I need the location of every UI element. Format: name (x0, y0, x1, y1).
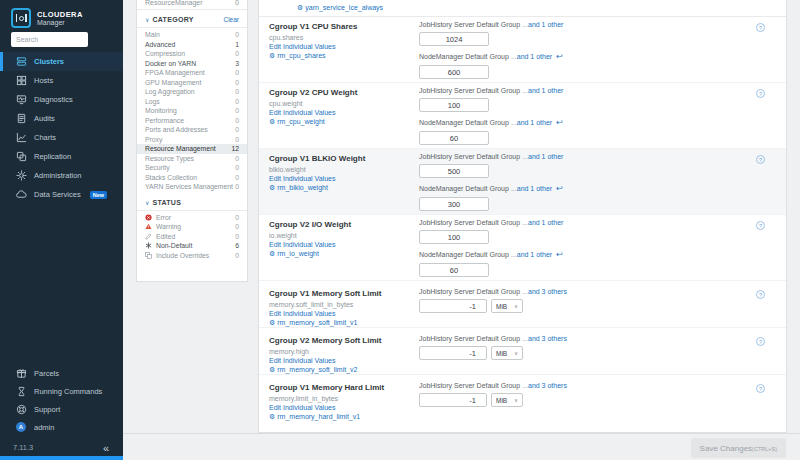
role-group-value: JobHistory Server Default Group...and 3 … (419, 382, 719, 407)
sidebar-item-parcels[interactable]: Parcels (0, 364, 123, 382)
more-groups-link[interactable]: and 1 other (517, 185, 552, 192)
config-api-name-link[interactable]: ⚙rm_blkio_weight (269, 184, 328, 191)
sidebar-item-data-services[interactable]: Data Services New (0, 185, 123, 204)
collapse-sidebar-icon[interactable]: « (103, 444, 109, 452)
status-item-error[interactable]: Error 0 (137, 213, 247, 223)
reset-to-default-icon[interactable]: ↩ (556, 52, 563, 61)
status-item-warning[interactable]: Warning 0 (137, 222, 247, 232)
status-item-edited[interactable]: Edited 0 (137, 232, 247, 242)
user-avatar: A (16, 422, 26, 432)
logo-title: CLOUDERA (37, 10, 83, 19)
category-item-resource-types[interactable]: Resource Types0 (137, 154, 247, 164)
config-api-name-link[interactable]: ⚙rm_memory_hard_limit_v1 (269, 413, 360, 420)
category-item-log-aggregation[interactable]: Log Aggregation0 (137, 87, 247, 97)
status-item-non-default[interactable]: Non-Default 6 (137, 241, 247, 251)
sidebar-item-diagnostics[interactable]: Diagnostics (0, 90, 123, 109)
sidebar-item-support[interactable]: Support (0, 400, 123, 418)
unit-select[interactable]: MiB∨ (491, 299, 523, 313)
status-item-include-overrides[interactable]: Include Overrides 0 (137, 251, 247, 261)
config-code-name: io.weight (269, 232, 297, 239)
more-groups-link[interactable]: and 3 others (528, 382, 567, 389)
more-groups-link[interactable]: and 1 other (517, 119, 552, 126)
sidebar-item-running-commands[interactable]: Running Commands (0, 382, 123, 400)
category-item-gpu-management[interactable]: GPU Management0 (137, 78, 247, 88)
value-input[interactable] (419, 65, 489, 79)
sidebar-item-administration[interactable]: Administration (0, 166, 123, 185)
category-item-compression[interactable]: Compression0 (137, 49, 247, 59)
value-input[interactable] (419, 131, 489, 145)
clear-category-filter-link[interactable]: Clear (223, 16, 239, 23)
help-icon[interactable]: ? (756, 337, 765, 346)
edit-individual-values-link[interactable]: Edit Individual Values (269, 175, 335, 182)
status-list: Error 0 Warning 0 Edited 0 Non-Default 6… (137, 211, 247, 262)
sidebar-item-clusters[interactable]: Clusters (0, 52, 123, 71)
unit-select[interactable]: MiB∨ (491, 346, 523, 360)
category-item-stacks-collection[interactable]: Stacks Collection0 (137, 173, 247, 183)
category-item-resource-management[interactable]: Resource Management12 (137, 144, 247, 154)
save-changes-button[interactable]: Save Changes(CTRL+S) (691, 438, 786, 458)
edit-individual-values-link[interactable]: Edit Individual Values (269, 404, 335, 411)
more-groups-link[interactable]: and 1 other (528, 219, 563, 226)
value-input[interactable] (419, 346, 487, 360)
value-input[interactable] (419, 164, 489, 178)
category-item-docker-on-yarn[interactable]: Docker on YARN3 (137, 59, 247, 69)
category-item-performance[interactable]: Performance0 (137, 116, 247, 126)
more-groups-link[interactable]: and 3 others (528, 335, 567, 342)
category-item-advanced[interactable]: Advanced1 (137, 40, 247, 50)
help-icon[interactable]: ? (756, 23, 765, 32)
category-item-fpga-management[interactable]: FPGA Management0 (137, 68, 247, 78)
edit-individual-values-link[interactable]: Edit Individual Values (269, 43, 335, 50)
help-icon[interactable]: ? (756, 89, 765, 98)
category-item-ports-and-addresses[interactable]: Ports and Addresses0 (137, 125, 247, 135)
reset-to-default-icon[interactable]: ↩ (556, 184, 563, 193)
help-icon[interactable]: ? (756, 155, 765, 164)
edit-individual-values-link[interactable]: Edit Individual Values (269, 310, 335, 317)
config-api-name-link[interactable]: ⚙yarn_service_lce_always (297, 4, 383, 11)
value-input[interactable] (419, 263, 489, 277)
value-input[interactable] (419, 230, 489, 244)
search-input[interactable] (11, 32, 88, 47)
category-item-security[interactable]: Security0 (137, 163, 247, 173)
more-groups-link[interactable]: and 3 others (528, 288, 567, 295)
category-item-logs[interactable]: Logs0 (137, 97, 247, 107)
data-services-icon (16, 189, 27, 200)
config-row-cpu-shares: Cgroup V1 CPU Shares cpu.shares Edit Ind… (259, 17, 786, 83)
sidebar-item-admin[interactable]: A admin (0, 418, 123, 436)
sidebar-item-hosts[interactable]: Hosts (0, 71, 123, 90)
category-item-proxy[interactable]: Proxy0 (137, 135, 247, 145)
value-input[interactable] (419, 299, 487, 313)
reset-to-default-icon[interactable]: ↩ (556, 250, 563, 259)
sidebar: CLOUDERA Manager Clusters Hosts Diagnost… (0, 0, 123, 460)
value-input[interactable] (419, 98, 489, 112)
category-item-main[interactable]: Main0 (137, 30, 247, 40)
config-api-name-link[interactable]: ⚙rm_memory_soft_limit_v2 (269, 366, 357, 373)
category-item-yarn-services-management[interactable]: YARN Services Management0 (137, 182, 247, 192)
config-api-name-link[interactable]: ⚙rm_memory_soft_limit_v1 (269, 319, 357, 326)
config-api-name-link[interactable]: ⚙rm_cpu_shares (269, 52, 326, 59)
status-section-header[interactable]: ∨ STATUS (137, 193, 247, 211)
config-api-name-link[interactable]: ⚙rm_io_weight (269, 250, 319, 257)
edit-individual-values-link[interactable]: Edit Individual Values (269, 357, 335, 364)
value-input[interactable] (419, 197, 489, 211)
filter-scope-resourcemanager[interactable]: ResourceManager 0 (137, 0, 247, 10)
sidebar-item-audits[interactable]: Audits (0, 109, 123, 128)
more-groups-link[interactable]: and 1 other (517, 251, 552, 258)
config-api-name-link[interactable]: ⚙rm_cpu_weight (269, 118, 325, 125)
category-item-monitoring[interactable]: Monitoring0 (137, 106, 247, 116)
help-icon[interactable]: ? (756, 384, 765, 393)
category-section-header[interactable]: ∨ CATEGORY Clear (137, 10, 247, 28)
edit-individual-values-link[interactable]: Edit Individual Values (269, 241, 335, 248)
sidebar-item-replication[interactable]: Replication (0, 147, 123, 166)
value-input[interactable] (419, 393, 487, 407)
edit-individual-values-link[interactable]: Edit Individual Values (269, 109, 335, 116)
reset-to-default-icon[interactable]: ↩ (556, 118, 563, 127)
more-groups-link[interactable]: and 1 other (528, 153, 563, 160)
help-icon[interactable]: ? (756, 290, 765, 299)
unit-select[interactable]: MiB∨ (491, 393, 523, 407)
more-groups-link[interactable]: and 1 other (528, 87, 563, 94)
more-groups-link[interactable]: and 1 other (517, 53, 552, 60)
help-icon[interactable]: ? (756, 221, 765, 230)
sidebar-item-charts[interactable]: Charts (0, 128, 123, 147)
more-groups-link[interactable]: and 1 other (528, 21, 563, 28)
value-input[interactable] (419, 32, 489, 46)
